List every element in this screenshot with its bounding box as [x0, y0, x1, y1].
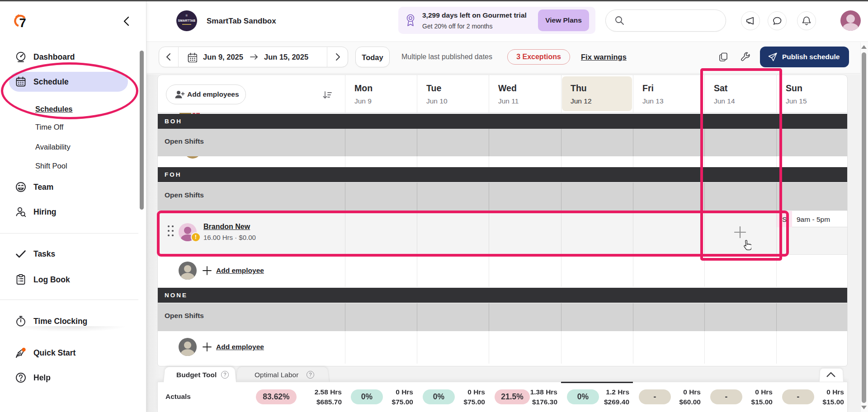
svg-text:7: 7 [19, 16, 26, 28]
